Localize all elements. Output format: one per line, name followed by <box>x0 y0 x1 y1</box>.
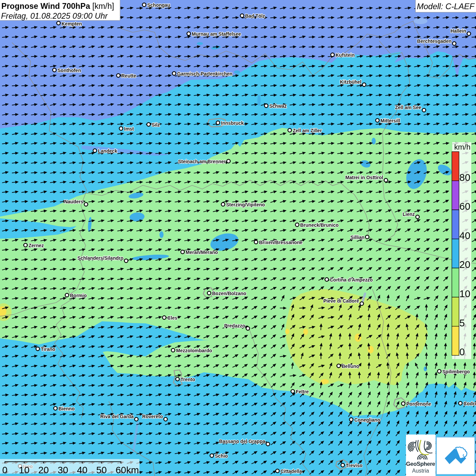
svg-text:Sillian: Sillian <box>351 235 364 240</box>
svg-text:Sterzing/Vipiteno: Sterzing/Vipiteno <box>226 202 265 207</box>
svg-text:Conegliano: Conegliano <box>354 417 380 423</box>
svg-text:Mittersill: Mittersill <box>380 118 400 123</box>
svg-text:Bienno: Bienno <box>58 406 74 411</box>
svg-text:Innsbruck: Innsbruck <box>221 120 244 126</box>
svg-text:Tirano: Tirano <box>41 346 55 352</box>
svg-text:Feltre: Feltre <box>296 389 309 394</box>
svg-text:Bozen/Bolzano: Bozen/Bolzano <box>212 291 246 296</box>
svg-text:Brixen/Bressanone: Brixen/Bressanone <box>259 240 303 245</box>
svg-text:40: 40 <box>459 230 470 241</box>
svg-text:Bassano del Grappa: Bassano del Grappa <box>219 439 266 444</box>
svg-text:Pordenone: Pordenone <box>406 401 431 407</box>
svg-text:Austria: Austria <box>412 468 429 474</box>
svg-text:Trento: Trento <box>181 377 195 382</box>
svg-text:Kempten: Kempten <box>62 21 82 27</box>
svg-text:Cortina d'Ampezzo: Cortina d'Ampezzo <box>330 277 373 283</box>
svg-text:Bad Tölz: Bad Tölz <box>245 13 265 19</box>
svg-text:Zell am Ziller: Zell am Ziller <box>293 128 322 133</box>
svg-text:Cittadella: Cittadella <box>280 469 302 474</box>
svg-text:GeoSphere: GeoSphere <box>406 461 435 467</box>
svg-text:Schwaz: Schwaz <box>269 103 287 109</box>
svg-text:Modell: C-LAEF: Modell: C-LAEF <box>417 2 475 11</box>
svg-text:Silz: Silz <box>152 122 160 128</box>
svg-text:Steinach am Brenner: Steinach am Brenner <box>178 159 226 164</box>
svg-text:Codroipo: Codroipo <box>463 401 476 406</box>
svg-text:Bormio: Bormio <box>70 293 87 298</box>
svg-text:Kitzbühel: Kitzbühel <box>340 79 361 85</box>
svg-text:Belluno: Belluno <box>342 363 359 369</box>
svg-text:Mezzolombardo: Mezzolombardo <box>176 348 212 353</box>
svg-text:Hallein: Hallein <box>451 28 466 34</box>
svg-text:Nauders: Nauders <box>64 199 83 204</box>
svg-text:Reutte: Reutte <box>121 73 136 79</box>
svg-text:Zell am See: Zell am See <box>395 105 421 110</box>
svg-text:Spilimbergo: Spilimbergo <box>442 369 470 374</box>
svg-text:Meran/Merano: Meran/Merano <box>186 250 218 255</box>
svg-text:80: 80 <box>459 172 470 183</box>
svg-text:Landeck: Landeck <box>98 148 117 154</box>
svg-text:20: 20 <box>459 259 470 270</box>
svg-text:10: 10 <box>19 465 30 475</box>
svg-text:Kufstein: Kufstein <box>336 52 355 58</box>
svg-text:40: 40 <box>77 465 87 475</box>
svg-text:Sonthofen: Sonthofen <box>57 68 81 73</box>
svg-text:Schio: Schio <box>215 453 228 459</box>
svg-text:Bruneck/Brunico: Bruneck/Brunico <box>300 222 339 228</box>
svg-text:Pieve di Cadore: Pieve di Cadore <box>323 298 359 304</box>
svg-text:km/h: km/h <box>454 143 471 151</box>
svg-text:60km: 60km <box>116 465 139 475</box>
svg-text:20: 20 <box>38 465 49 475</box>
svg-text:Murnau am Staffelsee: Murnau am Staffelsee <box>192 31 241 37</box>
svg-text:50: 50 <box>96 465 107 475</box>
svg-text:Imst: Imst <box>124 126 134 132</box>
svg-text:Berchtesgaden: Berchtesgaden <box>417 38 452 44</box>
svg-text:0: 0 <box>2 465 8 475</box>
svg-text:0: 0 <box>459 346 465 357</box>
svg-text:Lienz: Lienz <box>403 211 415 217</box>
svg-text:Garmisch-Partenkirchen: Garmisch-Partenkirchen <box>177 71 233 76</box>
svg-text:5: 5 <box>459 318 465 328</box>
svg-text:Prognose Wind 700hPa [km/h]: Prognose Wind 700hPa [km/h] <box>1 2 114 11</box>
svg-text:Treviso: Treviso <box>346 463 362 468</box>
svg-text:Matrei in Osttirol: Matrei in Osttirol <box>345 175 383 180</box>
svg-text:30: 30 <box>57 465 68 475</box>
svg-text:Riva del Garda: Riva del Garda <box>100 414 134 419</box>
svg-text:Schongau: Schongau <box>147 2 170 8</box>
svg-text:10: 10 <box>459 288 470 299</box>
svg-text:Cles: Cles <box>167 315 177 321</box>
svg-text:Schlanders/Silandro: Schlanders/Silandro <box>78 255 123 261</box>
svg-text:Zernez: Zernez <box>29 243 44 248</box>
svg-text:Rovereto: Rovereto <box>142 414 163 419</box>
svg-text:Predazzo: Predazzo <box>224 323 245 328</box>
svg-text:Freitag, 01.08.2025 09:00 Uhr: Freitag, 01.08.2025 09:00 Uhr <box>1 12 108 20</box>
svg-text:60: 60 <box>459 201 470 212</box>
